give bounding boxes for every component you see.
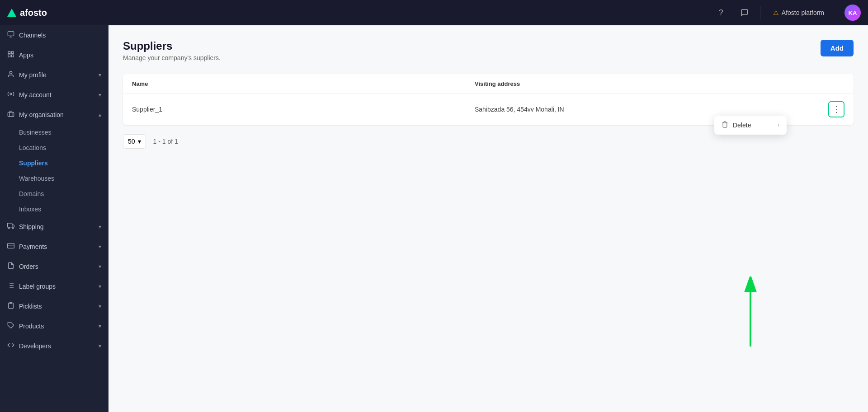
products-label: Products	[19, 323, 94, 330]
label-groups-icon	[7, 282, 14, 291]
picklists-label: Picklists	[19, 303, 94, 310]
sidebar-item-my-profile[interactable]: My profile ▾	[0, 65, 108, 85]
my-organisation-label: My organisation	[19, 111, 94, 118]
delete-chevron: ›	[778, 122, 779, 128]
products-icon	[7, 322, 14, 331]
page-size-value: 50	[128, 138, 135, 145]
more-options-button[interactable]: ⋮	[828, 101, 844, 117]
main-content: Suppliers Manage your company's supplier…	[108, 25, 868, 412]
developers-arrow: ▾	[99, 343, 101, 349]
topbar: afosto ? ⚠ Afosto platform KA	[0, 0, 868, 25]
sidebar-item-suppliers[interactable]: Suppliers	[19, 155, 108, 171]
sidebar-item-orders[interactable]: Orders ▾	[0, 257, 108, 276]
add-button[interactable]: Add	[821, 40, 854, 56]
payments-arrow: ▾	[99, 243, 101, 250]
organisation-icon	[7, 110, 14, 119]
payments-icon	[7, 242, 14, 251]
sidebar-item-my-organisation[interactable]: My organisation ▴	[0, 105, 108, 125]
suppliers-label: Suppliers	[19, 159, 48, 167]
svg-rect-0	[8, 32, 14, 36]
supplier-name: Supplier_1	[132, 106, 475, 113]
apps-icon	[7, 51, 14, 60]
organisation-submenu: Businesses Locations Suppliers Warehouse…	[0, 125, 108, 217]
logo-text: afosto	[20, 8, 47, 18]
sidebar-item-my-account[interactable]: My account ▾	[0, 85, 108, 105]
sidebar-item-developers[interactable]: Developers ▾	[0, 336, 108, 356]
svg-rect-4	[11, 52, 14, 54]
topbar-divider	[760, 6, 760, 19]
shipping-arrow: ▾	[99, 224, 101, 230]
account-arrow: ▾	[99, 92, 101, 98]
sidebar-item-label-groups[interactable]: Label groups ▾	[0, 276, 108, 296]
page-subtitle: Manage your company's suppliers.	[123, 54, 221, 61]
picklists-arrow: ▾	[99, 303, 101, 309]
platform-button[interactable]: ⚠ Afosto platform	[768, 6, 830, 19]
sidebar-item-products[interactable]: Products ▾	[0, 316, 108, 336]
app-logo[interactable]: afosto	[7, 8, 47, 18]
page-title-area: Suppliers Manage your company's supplier…	[123, 40, 221, 61]
sidebar-item-domains[interactable]: Domains	[19, 186, 108, 201]
supplier-address: Sahibzada 56, 454vv Mohali, IN	[475, 106, 817, 113]
pagination-row: 50 ▾ 1 - 1 of 1	[123, 134, 854, 149]
svg-point-12	[8, 227, 9, 229]
user-avatar[interactable]: KA	[844, 5, 861, 21]
svg-rect-10	[8, 223, 12, 227]
sidebar-item-apps[interactable]: Apps	[0, 45, 108, 65]
svg-rect-14	[8, 243, 14, 248]
profile-arrow: ▾	[99, 72, 101, 78]
sidebar-item-inboxes[interactable]: Inboxes	[19, 201, 108, 217]
row-actions: ⋮	[817, 101, 844, 117]
my-profile-label: My profile	[19, 71, 94, 79]
payments-label: Payments	[19, 243, 94, 250]
column-address: Visiting address	[475, 80, 817, 87]
page-range-info: 1 - 1 of 1	[153, 138, 178, 145]
chat-button[interactable]	[736, 5, 753, 21]
my-account-label: My account	[19, 91, 94, 98]
sidebar-item-payments[interactable]: Payments ▾	[0, 237, 108, 257]
sidebar-item-picklists[interactable]: Picklists ▾	[0, 296, 108, 316]
svg-rect-6	[11, 55, 14, 57]
sidebar-item-shipping[interactable]: Shipping ▾	[0, 217, 108, 237]
svg-rect-9	[8, 112, 14, 117]
page-size-arrow: ▾	[138, 138, 141, 145]
page-header: Suppliers Manage your company's supplier…	[123, 40, 854, 61]
sidebar-item-warehouses[interactable]: Warehouses	[19, 171, 108, 186]
label-groups-label: Label groups	[19, 283, 94, 290]
help-button[interactable]: ?	[713, 5, 729, 21]
warehouses-label: Warehouses	[19, 175, 54, 182]
svg-marker-11	[12, 225, 14, 227]
main-layout: Channels Apps My profile ▾ My account ▾	[0, 25, 868, 412]
warning-icon: ⚠	[773, 9, 779, 16]
column-name: Name	[132, 80, 475, 87]
sidebar-item-locations[interactable]: Locations	[19, 140, 108, 155]
svg-rect-5	[8, 55, 10, 57]
delete-icon	[722, 121, 728, 129]
developers-label: Developers	[19, 342, 94, 350]
apps-label: Apps	[19, 52, 101, 59]
picklists-icon	[7, 302, 14, 311]
logo-icon	[7, 9, 16, 17]
organisation-arrow: ▴	[99, 112, 101, 118]
svg-point-8	[10, 93, 12, 95]
topbar-right: ? ⚠ Afosto platform KA	[713, 5, 861, 21]
shipping-icon	[7, 222, 14, 231]
sidebar-item-channels[interactable]: Channels	[0, 25, 108, 45]
businesses-label: Businesses	[19, 129, 52, 136]
channels-icon	[7, 31, 14, 40]
label-groups-arrow: ▾	[99, 283, 101, 290]
products-arrow: ▾	[99, 323, 101, 329]
table-header: Name Visiting address	[123, 74, 854, 94]
locations-label: Locations	[19, 144, 46, 151]
avatar-text: KA	[849, 9, 857, 16]
domains-label: Domains	[19, 190, 44, 197]
context-menu-delete[interactable]: Delete ›	[714, 116, 787, 135]
orders-label: Orders	[19, 263, 94, 270]
channels-label: Channels	[19, 32, 101, 39]
topbar-divider-2	[837, 6, 837, 19]
page-size-selector[interactable]: 50 ▾	[123, 134, 146, 149]
shipping-label: Shipping	[19, 223, 94, 230]
account-icon	[7, 90, 14, 99]
orders-icon	[7, 262, 14, 271]
sidebar: Channels Apps My profile ▾ My account ▾	[0, 25, 108, 412]
sidebar-item-businesses[interactable]: Businesses	[19, 125, 108, 140]
